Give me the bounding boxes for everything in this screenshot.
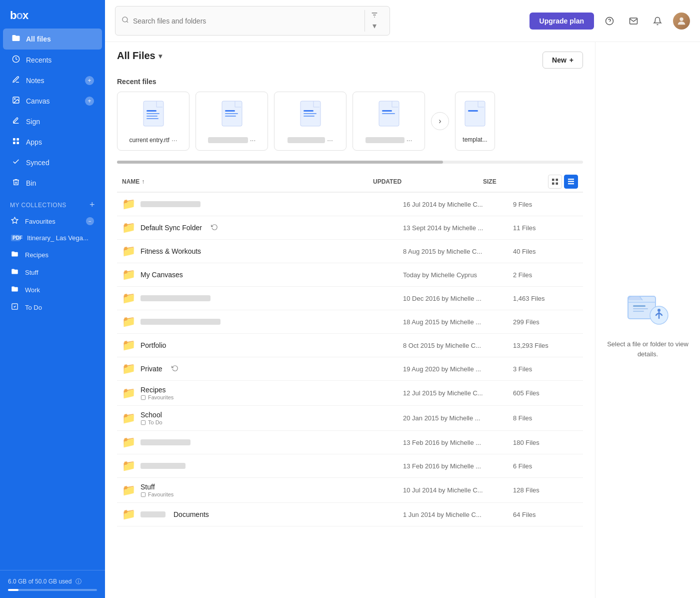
recent-file-name-5: templat... — [462, 136, 488, 143]
col-name-header[interactable]: NAME ↑ — [122, 178, 373, 185]
folder-icon: 📁 — [122, 459, 136, 472]
recent-card-3[interactable]: ··· — [274, 92, 346, 151]
folder-icon — [11, 34, 21, 45]
sidebar-item-bin[interactable]: Bin — [3, 173, 102, 193]
recent-file-name-1: current entry.rtf ··· — [124, 136, 183, 144]
updated-col: 16 Jul 2014 by Michelle C... — [403, 201, 513, 208]
folder-icon: 📁 — [122, 412, 136, 425]
table-row[interactable]: 📁 Portfolio 8 Oct 2015 by Michelle C... … — [117, 334, 583, 357]
canvas-icon — [11, 96, 21, 106]
recent-card-2[interactable]: ··· — [196, 92, 268, 151]
table-row[interactable]: 📁 Stuff Favourites 10 Jul 2014 by Michel… — [117, 478, 583, 503]
svg-rect-24 — [225, 113, 238, 114]
sidebar-collection-recipes[interactable]: Recipes — [3, 246, 102, 263]
folder-name-col: 📁 Default Sync Folder — [122, 221, 403, 234]
detail-panel-text: Select a file or folder to view details. — [606, 339, 690, 359]
canvas-add-button[interactable]: + — [85, 97, 94, 106]
table-row[interactable]: 📁 Documents 1 Jun 2014 by Michelle C... … — [117, 503, 583, 526]
svg-rect-43 — [141, 420, 145, 424]
size-col: 9 Files — [513, 201, 578, 208]
file-more-button[interactable]: ··· — [172, 136, 178, 144]
table-row[interactable]: 📁 School To Do 20 Jan 2015 by Michelle .… — [117, 406, 583, 431]
sidebar: box All files Recents Notes + — [0, 0, 105, 598]
search-filter-button[interactable]: ▾ — [364, 10, 384, 32]
folder-icon: 📁 — [122, 484, 136, 497]
recent-card-4[interactable]: ··· — [352, 92, 425, 151]
redacted-name — [140, 295, 210, 301]
col-updated-header[interactable]: UPDATED — [373, 178, 483, 185]
svg-rect-19 — [146, 113, 160, 114]
sidebar-item-label: Notes — [26, 77, 44, 85]
file-more-button[interactable]: ··· — [406, 136, 412, 144]
table-row[interactable]: 📁 My Canvases Today by Michelle Cyprus 2… — [117, 263, 583, 287]
recent-file-name-3: ··· — [280, 136, 340, 144]
svg-rect-32 — [382, 113, 395, 114]
grid-view-button[interactable] — [548, 175, 562, 189]
notes-add-button[interactable]: + — [85, 76, 94, 85]
new-button[interactable]: New + — [542, 52, 583, 69]
storage-info-icon[interactable]: ⓘ — [76, 578, 82, 585]
recent-files: current entry.rtf ··· ··· — [117, 92, 583, 151]
folder-tag: To Do — [140, 419, 162, 425]
sidebar-collection-favourites[interactable]: Favourites − — [3, 213, 102, 230]
app-logo[interactable]: box — [0, 0, 105, 28]
redacted-name — [140, 511, 166, 517]
search-input[interactable] — [133, 17, 360, 25]
search-icon — [122, 16, 129, 26]
file-more-button[interactable]: ··· — [327, 136, 333, 144]
svg-rect-6 — [16, 142, 19, 144]
recent-next-button[interactable]: › — [431, 112, 449, 130]
sidebar-collection-stuff[interactable]: Stuff — [3, 264, 102, 281]
messages-button[interactable] — [625, 13, 642, 30]
list-view-button[interactable] — [564, 175, 578, 189]
recent-card-5[interactable]: templat... — [455, 92, 495, 151]
sidebar-item-label: Sign — [26, 118, 40, 126]
svg-rect-18 — [146, 110, 156, 112]
sidebar-item-label: Bin — [26, 179, 36, 187]
folder-icon: 📁 — [122, 292, 136, 305]
col-size-header[interactable]: SIZE — [483, 178, 548, 185]
table-row[interactable]: 📁 10 Dec 2016 by Michelle ... 1,463 File… — [117, 287, 583, 310]
table-row[interactable]: 📁 13 Feb 2016 by Michelle ... 6 Files — [117, 454, 583, 478]
favourites-remove-button[interactable]: − — [86, 217, 94, 225]
sidebar-collection-itinerary[interactable]: PDF Itinerary_ Las Vega... — [3, 230, 102, 246]
folder-name-col: 📁 Private — [122, 362, 403, 375]
folder-icon — [11, 268, 20, 277]
table-row[interactable]: 📁 18 Aug 2015 by Michelle ... 299 Files — [117, 310, 583, 334]
table-row[interactable]: 📁 Default Sync Folder 13 Sept 2014 by Mi… — [117, 216, 583, 240]
upgrade-button[interactable]: Upgrade plan — [530, 13, 594, 30]
svg-rect-21 — [146, 118, 158, 119]
sidebar-collection-work[interactable]: Work — [3, 281, 102, 298]
file-more-button[interactable]: ··· — [250, 136, 256, 144]
size-col: 13,293 Files — [513, 342, 578, 349]
help-button[interactable] — [601, 13, 618, 30]
collections-add-button[interactable]: + — [90, 200, 95, 210]
collection-label: Recipes — [25, 251, 48, 259]
sidebar-item-canvas[interactable]: Canvas + — [3, 91, 102, 111]
table-row[interactable]: 📁 Recipes Favourites 12 Jul 2015 by Mich… — [117, 381, 583, 406]
sidebar-item-sign[interactable]: Sign — [3, 112, 102, 132]
updated-col: 10 Dec 2016 by Michelle ... — [403, 295, 513, 302]
recent-file-name-4: ··· — [359, 136, 418, 144]
recent-card-1[interactable]: current entry.rtf ··· — [117, 92, 190, 151]
avatar[interactable] — [673, 13, 690, 30]
sidebar-collection-todo[interactable]: To Do — [3, 299, 102, 316]
sidebar-item-notes[interactable]: Notes + — [3, 71, 102, 91]
table-row[interactable]: 📁 Private 19 Aug 2020 by Michelle ... 3 … — [117, 357, 583, 381]
folder-name-col: 📁 — [122, 436, 403, 449]
title-dropdown-icon[interactable]: ▾ — [158, 52, 162, 60]
sidebar-item-synced[interactable]: Synced — [3, 153, 102, 173]
sidebar-item-apps[interactable]: Apps — [3, 132, 102, 152]
header-right: Upgrade plan — [530, 13, 690, 30]
table-row[interactable]: 📁 16 Jul 2014 by Michelle C... 9 Files — [117, 193, 583, 216]
table-row[interactable]: 📁 13 Feb 2016 by Michelle ... 180 Files — [117, 431, 583, 454]
detail-panel: Select a file or folder to view details. — [595, 42, 700, 598]
sidebar-item-recents[interactable]: Recents — [3, 50, 102, 70]
sidebar-item-all-files[interactable]: All files — [3, 29, 102, 50]
folder-icon: 📁 — [122, 508, 136, 521]
table-row[interactable]: 📁 Fitness & Workouts 8 Aug 2015 by Miche… — [117, 240, 583, 263]
notifications-button[interactable] — [649, 13, 666, 30]
svg-rect-34 — [468, 110, 478, 112]
search-bar[interactable]: ▾ — [115, 6, 390, 36]
horizontal-scrollbar[interactable] — [117, 161, 583, 164]
